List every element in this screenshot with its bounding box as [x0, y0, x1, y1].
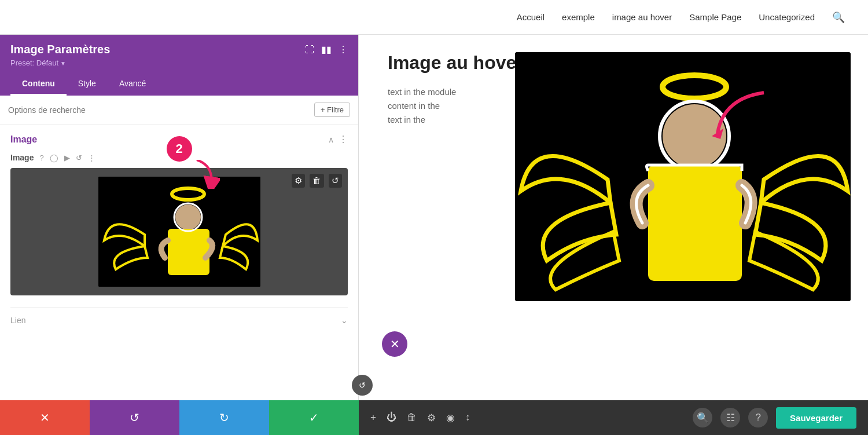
tab-style[interactable]: Style — [67, 73, 108, 96]
search-bar: + Filtre — [0, 96, 358, 125]
undo-small-icon[interactable]: ↺ — [76, 153, 82, 162]
panel-preset[interactable]: Preset: Défaut — [10, 59, 348, 67]
undo-button[interactable]: ↺ — [90, 400, 179, 435]
search-input[interactable] — [8, 105, 314, 115]
angel-image — [98, 177, 260, 287]
settings-icon[interactable]: ⚙ — [427, 412, 436, 424]
toolbar-right-icons: + ⏻ 🗑 ⚙ ◉ ↕ — [370, 412, 470, 424]
section-menu-icon[interactable]: ⋮ — [339, 134, 348, 145]
panel-title-icons: ⛶ ▮▮ ⋮ — [305, 44, 348, 55]
power-icon[interactable]: ⏻ — [387, 412, 396, 423]
more-options-icon[interactable]: ⋮ — [339, 44, 348, 55]
image-overlay-icons: ⚙ 🗑 ↺ — [292, 174, 342, 188]
bottom-toolbar: ✕ ↺ ↻ ✓ + ⏻ 🗑 ⚙ ◉ ↕ 🔍 ☷ ? Sauvegarder — [0, 400, 868, 435]
undo-overlay-icon[interactable]: ↺ — [329, 174, 342, 188]
panel-tabs: Contenu Style Avancé — [10, 73, 348, 96]
page-text-line2: content in the — [388, 99, 457, 113]
nav-exemple[interactable]: exemple — [562, 12, 595, 22]
trash-icon[interactable]: 🗑 — [407, 412, 417, 423]
svg-rect-9 — [648, 165, 742, 281]
columns-icon[interactable]: ▮▮ — [321, 44, 332, 55]
nav-arrow-icon[interactable]: ↺ — [352, 375, 373, 396]
resize-icon[interactable]: ⛶ — [305, 45, 314, 55]
right-content: Image au hover text in the module conten… — [359, 35, 868, 400]
image-preview-inner — [98, 177, 260, 287]
toolbar-right-actions: 🔍 ☷ ? Sauvegarder — [693, 407, 856, 429]
page-text-line3: text in the — [388, 113, 457, 127]
top-navigation: Accueil exemple image au hover Sample Pa… — [0, 0, 868, 35]
close-float-button[interactable]: ✕ — [382, 331, 407, 357]
nav-accueil[interactable]: Accueil — [517, 12, 545, 22]
redo-button[interactable]: ↻ — [179, 400, 269, 435]
clock-icon[interactable]: ◉ — [446, 412, 455, 424]
lien-section: Lien ⌄ — [10, 307, 348, 325]
nav-uncategorized[interactable]: Uncategorized — [759, 12, 815, 22]
panel-header: Image Paramètres ⛶ ▮▮ ⋮ Preset: Défaut C… — [0, 35, 358, 96]
layout-icon[interactable]: ↕ — [465, 412, 470, 423]
add-icon[interactable]: + — [370, 412, 376, 423]
svg-point-2 — [175, 204, 201, 230]
search-toolbar-icon[interactable]: 🔍 — [693, 408, 712, 427]
page-text-line1: text in the module — [388, 85, 457, 99]
nav-image-hover[interactable]: image au hover — [612, 12, 672, 22]
svg-rect-3 — [168, 229, 209, 275]
help-toolbar-icon[interactable]: ? — [748, 408, 768, 427]
large-image-container — [515, 52, 851, 301]
lien-chevron-icon[interactable]: ⌄ — [341, 316, 348, 325]
tab-contenu[interactable]: Contenu — [10, 73, 67, 96]
section-title-image: Image — [10, 134, 37, 145]
toolbar-right: + ⏻ 🗑 ⚙ ◉ ↕ 🔍 ☷ ? Sauvegarder — [359, 400, 868, 435]
more-icon[interactable]: ⋮ — [88, 153, 95, 162]
panel-content: Image ∧ ⋮ Image ? ◯ ▶ ↺ ⋮ 2 — [0, 125, 358, 400]
toolbar-left: ✕ ↺ ↻ ✓ — [0, 400, 359, 435]
image-label: Image — [10, 153, 34, 162]
delete-overlay-icon[interactable]: 🗑 — [310, 174, 324, 188]
layers-toolbar-icon[interactable]: ☷ — [720, 408, 740, 427]
save-button[interactable]: Sauvegarder — [776, 407, 856, 429]
tab-avance[interactable]: Avancé — [108, 73, 157, 96]
cursor-icon[interactable]: ▶ — [64, 153, 70, 162]
search-icon[interactable]: 🔍 — [832, 11, 845, 24]
section-collapse-icon[interactable]: ∧ — [328, 135, 334, 144]
svg-point-7 — [663, 104, 726, 168]
annotation-badge: 2 — [167, 136, 192, 162]
confirm-button[interactable]: ✓ — [269, 400, 359, 435]
large-angel-image — [515, 52, 851, 301]
page-text: text in the module content in the text i… — [388, 85, 457, 127]
panel-title: Image Paramètres — [10, 43, 110, 56]
main-area: Image Paramètres ⛶ ▮▮ ⋮ Preset: Défaut C… — [0, 35, 868, 400]
lien-header: Lien ⌄ — [10, 316, 348, 325]
left-panel: Image Paramètres ⛶ ▮▮ ⋮ Preset: Défaut C… — [0, 35, 359, 400]
image-preview-container[interactable]: ⚙ 🗑 ↺ — [10, 168, 348, 295]
cancel-button[interactable]: ✕ — [0, 400, 90, 435]
settings-overlay-icon[interactable]: ⚙ — [292, 174, 305, 188]
filter-button[interactable]: + Filtre — [314, 103, 350, 117]
nav-sample-page[interactable]: Sample Page — [689, 12, 741, 22]
help-icon[interactable]: ? — [39, 153, 43, 162]
lien-label: Lien — [10, 316, 25, 325]
mobile-icon[interactable]: ◯ — [50, 153, 58, 162]
